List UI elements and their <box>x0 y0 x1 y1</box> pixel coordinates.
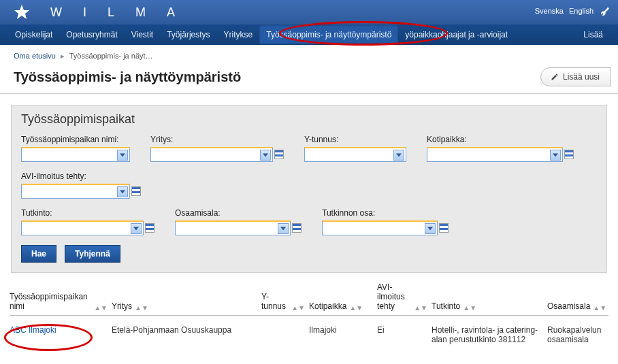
chevron-down-icon <box>425 223 436 234</box>
brand-name: W I L M A <box>50 5 176 20</box>
results-header-row: Työssäoppimispaikan nimi▲▼ Yritys▲▼ Y-tu… <box>10 282 608 316</box>
competence-combo[interactable] <box>175 220 291 235</box>
star-logo-icon <box>14 4 30 20</box>
filter-panel: Työssäoppimispaikat Työssäoppimispaikan … <box>11 105 607 273</box>
top-header: W I L M A Svenska English <box>0 0 618 24</box>
sort-icon: ▲▼ <box>94 305 108 311</box>
chevron-down-icon <box>131 223 142 234</box>
th-degree[interactable]: Tutkinto▲▼ <box>432 282 547 311</box>
svg-marker-3 <box>396 153 402 156</box>
svg-marker-4 <box>553 153 558 156</box>
th-name[interactable]: Työssäoppimispaikan nimi▲▼ <box>10 282 112 311</box>
svg-marker-2 <box>263 153 268 156</box>
th-company[interactable]: Yritys▲▼ <box>112 282 261 311</box>
list-picker-icon[interactable] <box>131 186 141 196</box>
row-competence: Ruokapalvelun osaamisala <box>547 325 618 344</box>
list-picker-icon[interactable] <box>564 150 574 159</box>
label-company: Yritys: <box>150 135 284 144</box>
label-businessid: Y-tunnus: <box>304 135 406 144</box>
row-company: Etelä-Pohjanmaan Osuuskauppa <box>112 325 261 344</box>
chevron-down-icon <box>278 223 289 234</box>
chevron-down-icon <box>117 186 128 197</box>
row-degree: Hotelli-, ravintola- ja catering-alan pe… <box>432 325 547 344</box>
breadcrumb-current: Työssäoppimis- ja näyt… <box>69 52 153 60</box>
list-picker-icon[interactable] <box>292 223 302 233</box>
sort-icon: ▲▼ <box>291 305 305 311</box>
lang-english-link[interactable]: English <box>569 7 593 15</box>
row-businessid <box>261 325 309 344</box>
title-divider <box>0 93 618 94</box>
row-name-link[interactable]: ABC Ilmajoki <box>10 325 56 335</box>
svg-marker-0 <box>14 5 29 19</box>
breadcrumb-home-link[interactable]: Oma etusivu <box>14 52 56 60</box>
label-avi: AVI-ilmoitus tehty: <box>21 171 141 181</box>
row-location: Ilmajoki <box>309 325 377 344</box>
sort-icon: ▲▼ <box>135 305 148 311</box>
nav-opiskelijat[interactable]: Opiskelijat <box>8 25 59 44</box>
nav-yritykset[interactable]: Yritykse <box>217 25 260 44</box>
breadcrumb: Oma etusivu ▸ Työssäoppimis- ja näyt… <box>0 45 618 67</box>
svg-marker-6 <box>133 227 139 230</box>
lang-svenska-link[interactable]: Svenska <box>535 7 564 15</box>
svg-marker-1 <box>120 153 125 156</box>
list-picker-icon[interactable] <box>145 223 154 233</box>
label-degree: Tutkinto: <box>21 208 154 218</box>
th-location[interactable]: Kotipaikka▲▼ <box>309 282 377 311</box>
th-avi[interactable]: AVI-ilmoitus tehty▲▼ <box>377 282 432 311</box>
chevron-down-icon <box>260 150 271 161</box>
sort-icon: ▲▼ <box>463 305 476 311</box>
nav-opetusryhmat[interactable]: Opetusryhmät <box>59 25 124 44</box>
list-picker-icon[interactable] <box>274 150 284 159</box>
nav-tyojarjestys[interactable]: Työjärjestys <box>160 25 216 44</box>
label-location: Kotipaikka: <box>427 135 574 144</box>
results-table: Työssäoppimispaikan nimi▲▼ Yritys▲▼ Y-tu… <box>10 282 608 354</box>
search-button[interactable]: Hae <box>21 245 56 263</box>
company-combo[interactable] <box>150 147 273 162</box>
list-picker-icon[interactable] <box>439 223 449 233</box>
businessid-combo[interactable] <box>304 147 406 162</box>
pencil-icon <box>551 73 559 81</box>
main-nav: Opiskelijat Opetusryhmät Viestit Työjärj… <box>0 24 618 45</box>
breadcrumb-separator: ▸ <box>61 52 65 60</box>
sort-icon: ▲▼ <box>593 305 606 311</box>
sort-icon: ▲▼ <box>414 305 427 311</box>
th-businessid[interactable]: Y-tunnus▲▼ <box>261 282 309 311</box>
svg-marker-8 <box>427 227 433 230</box>
panel-heading: Työssäoppimispaikat <box>21 112 597 127</box>
nav-tyossaoppimis[interactable]: Työssäoppimis- ja näyttöympäristö <box>259 25 398 44</box>
table-row: ABC Ilmajoki Etelä-Pohjanmaan Osuuskaupp… <box>10 316 608 354</box>
location-combo[interactable] <box>427 147 563 162</box>
label-name: Työssäoppimispaikan nimi: <box>21 135 130 144</box>
wrench-icon[interactable] <box>599 5 610 16</box>
chevron-down-icon <box>550 150 561 161</box>
svg-marker-5 <box>120 190 125 193</box>
nav-viestit[interactable]: Viestit <box>125 25 160 44</box>
name-combo[interactable] <box>21 147 130 162</box>
chevron-down-icon <box>393 150 404 161</box>
sort-icon: ▲▼ <box>349 305 363 311</box>
add-new-button[interactable]: Lisää uusi <box>540 67 611 86</box>
label-degreepart: Tutkinnon osa: <box>322 208 449 218</box>
chevron-down-icon <box>117 150 128 161</box>
degreepart-combo[interactable] <box>322 220 438 235</box>
nav-ohjaajat[interactable]: yöpaikkaohjaajat ja -arvioijat <box>398 25 515 44</box>
page-title: Työssäoppimis- ja näyttöympäristö <box>14 69 540 85</box>
clear-button[interactable]: Tyhjennä <box>65 245 120 263</box>
row-avi: Ei <box>377 325 432 344</box>
th-competence[interactable]: Osaamisala▲▼ <box>547 282 618 311</box>
label-competence: Osaamisala: <box>175 208 302 218</box>
nav-lisaa[interactable]: Lisää <box>576 25 610 44</box>
svg-marker-7 <box>280 227 286 230</box>
degree-combo[interactable] <box>21 220 144 235</box>
avi-combo[interactable] <box>21 184 130 199</box>
